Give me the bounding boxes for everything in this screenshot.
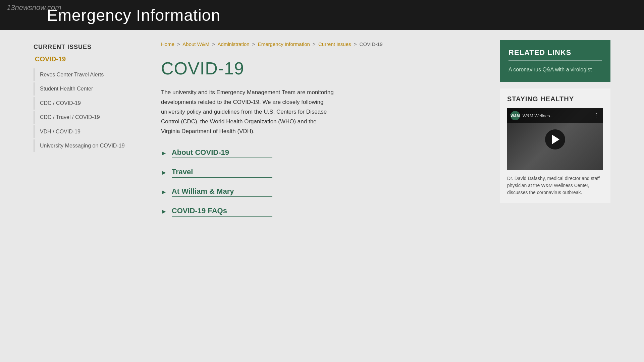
- sidebar-link-cdc-covid[interactable]: CDC / COVID-19: [40, 100, 81, 106]
- sidebar-link-vdh[interactable]: VDH / COVID-19: [40, 129, 80, 134]
- video-more-icon[interactable]: ⋮: [594, 112, 600, 119]
- expand-label-4: COVID-19 FAQs: [172, 206, 272, 217]
- list-item[interactable]: CDC / Travel / COVID-19: [34, 111, 141, 124]
- sidebar-link-student-health[interactable]: Student Health Center: [40, 86, 93, 92]
- breadcrumb-home[interactable]: Home: [161, 41, 174, 47]
- staying-healthy-title: STAYING HEALTHY: [507, 95, 603, 103]
- related-links-box: RELATED LINKS A coronavirus Q&A with a v…: [500, 40, 610, 82]
- video-logo: W&M: [511, 111, 520, 120]
- expand-about-covid[interactable]: ► About COVID-19: [161, 148, 490, 158]
- sidebar-covid-heading: COVID-19: [34, 55, 141, 63]
- breadcrumb: Home > About W&M > Administration > Emer…: [161, 40, 490, 48]
- page-title: COVID-19: [161, 58, 490, 78]
- list-item[interactable]: Reves Center Travel Alerts: [34, 68, 141, 81]
- top-bar: 13newsnow.com Emergency Information: [0, 0, 644, 30]
- expand-at-wm[interactable]: ► At William & Mary: [161, 187, 490, 197]
- breadcrumb-admin[interactable]: Administration: [218, 41, 250, 47]
- breadcrumb-sep-2: >: [212, 41, 215, 47]
- breadcrumb-sep-3: >: [252, 41, 255, 47]
- sidebar-section-title: CURRENT ISSUES: [34, 44, 141, 51]
- play-triangle-icon: [552, 135, 559, 144]
- breadcrumb-sep-4: >: [313, 41, 316, 47]
- sidebar-nav: Reves Center Travel Alerts Student Healt…: [34, 68, 141, 152]
- breadcrumb-about[interactable]: About W&M: [182, 41, 209, 47]
- video-player[interactable]: W&M W&M Wellnes... ⋮: [507, 108, 603, 170]
- main-content: Home > About W&M > Administration > Emer…: [151, 40, 490, 352]
- watermark: 13newsnow.com: [7, 3, 61, 12]
- page-description: The university and its Emergency Managem…: [161, 88, 335, 136]
- page-heading: Emergency Information: [47, 6, 220, 24]
- video-channel-name: W&M Wellnes...: [523, 113, 553, 118]
- expand-label-3: At William & Mary: [172, 187, 272, 197]
- breadcrumb-emergency[interactable]: Emergency Information: [258, 41, 310, 47]
- sidebar-link-travel-alerts[interactable]: Reves Center Travel Alerts: [40, 72, 104, 77]
- expand-label-1: About COVID-19: [172, 148, 272, 158]
- list-item[interactable]: VDH / COVID-19: [34, 125, 141, 138]
- staying-healthy-box: STAYING HEALTHY W&M W&M Wellnes... ⋮ Dr.…: [500, 88, 610, 203]
- play-button[interactable]: [545, 129, 565, 149]
- list-item[interactable]: University Messaging on COVID-19: [34, 139, 141, 152]
- sidebar: CURRENT ISSUES COVID-19 Reves Center Tra…: [34, 40, 141, 352]
- sidebar-link-messaging[interactable]: University Messaging on COVID-19: [40, 143, 125, 148]
- breadcrumb-current-issues[interactable]: Current Issues: [318, 41, 351, 47]
- video-header: W&M W&M Wellnes... ⋮: [507, 108, 603, 123]
- expand-arrow-2: ►: [161, 169, 167, 176]
- breadcrumb-sep-1: >: [177, 41, 180, 47]
- sidebar-link-cdc-travel[interactable]: CDC / Travel / COVID-19: [40, 114, 100, 120]
- expand-label-2: Travel: [172, 168, 272, 178]
- breadcrumb-sep-5: >: [354, 41, 357, 47]
- expand-arrow-4: ►: [161, 208, 167, 215]
- list-item[interactable]: CDC / COVID-19: [34, 97, 141, 110]
- related-links-item-1[interactable]: A coronavirus Q&A with a virologist: [508, 66, 602, 74]
- expand-arrow-3: ►: [161, 189, 167, 196]
- breadcrumb-current: COVID-19: [360, 41, 383, 47]
- list-item[interactable]: Student Health Center: [34, 82, 141, 95]
- expand-arrow-1: ►: [161, 150, 167, 157]
- expand-travel[interactable]: ► Travel: [161, 168, 490, 178]
- related-links-title: RELATED LINKS: [508, 48, 602, 61]
- expand-faqs[interactable]: ► COVID-19 FAQs: [161, 206, 490, 217]
- video-channel: W&M W&M Wellnes...: [511, 111, 553, 120]
- main-container: CURRENT ISSUES COVID-19 Reves Center Tra…: [0, 30, 644, 362]
- right-sidebar: RELATED LINKS A coronavirus Q&A with a v…: [500, 40, 610, 352]
- video-caption: Dr. David Dafashy, medical director and …: [507, 175, 603, 196]
